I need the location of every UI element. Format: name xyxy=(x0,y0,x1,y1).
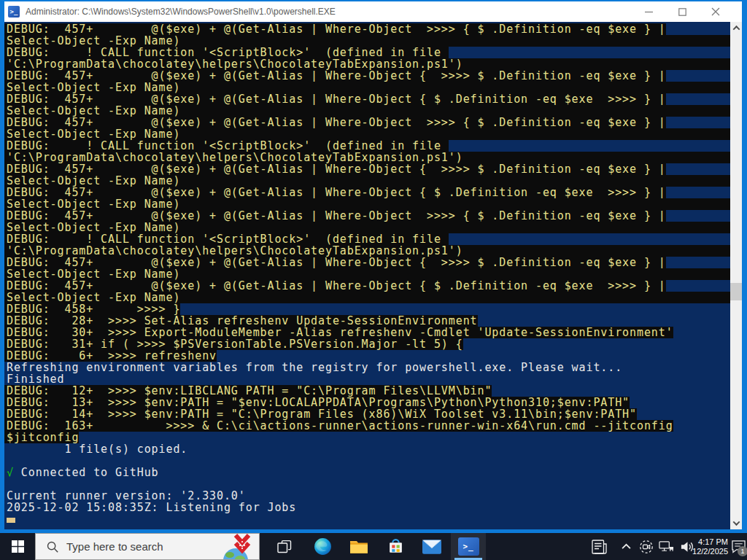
caption-buttons xyxy=(632,1,732,22)
console-line: DEBUG: 457+ @($exe) + @(Get-Alias | Wher… xyxy=(4,257,730,268)
meet-now-button[interactable] xyxy=(636,533,656,560)
console-line: Current runner version: '2.330.0' xyxy=(4,490,730,502)
chevron-up-tray-icon xyxy=(622,543,631,550)
window-border-right xyxy=(742,1,747,533)
search-placeholder: Type here to search xyxy=(66,540,218,553)
titlebar[interactable]: >_ Administrator: C:\Windows\System32\Wi… xyxy=(1,1,746,22)
minimize-button[interactable] xyxy=(632,1,665,22)
console-line: Select-Object -Exp Name) xyxy=(4,222,730,233)
console-line: 'C:\ProgramData\chocolatey\helpers\Choco… xyxy=(4,245,730,257)
close-button[interactable] xyxy=(699,1,732,22)
search-icon xyxy=(46,540,59,553)
console-line: $jitconfig xyxy=(4,432,730,443)
console-line: DEBUG: 457+ @($exe) + @(Get-Alias | Wher… xyxy=(4,70,730,82)
window-title: Administrator: C:\Windows\System32\Windo… xyxy=(26,7,632,17)
search-highlights-icon[interactable] xyxy=(218,533,259,560)
console-line: DEBUG: 12+ >>>> $env:LIBCLANG_PATH = "C:… xyxy=(4,385,730,397)
window-border-top xyxy=(0,0,747,1)
powershell-icon: >_ xyxy=(458,537,479,556)
console-line: DEBUG: 163+ >>>> & C:\ci\actions-runner\… xyxy=(4,420,730,432)
task-view-icon xyxy=(277,540,292,554)
console-line: DEBUG: 457+ @($exe) + @(Get-Alias | Wher… xyxy=(4,117,730,128)
scrollbar[interactable] xyxy=(730,22,742,529)
action-center-button[interactable]: 1 xyxy=(729,533,747,560)
console-line: DEBUG: 457+ @($exe) + @(Get-Alias | Wher… xyxy=(4,163,730,175)
console-line: Select-Object -Exp Name) xyxy=(4,268,730,280)
maximize-icon xyxy=(678,8,685,15)
console-line: DEBUG: 6+ >>>> refreshenv xyxy=(4,350,730,362)
taskbar-search[interactable]: Type here to search xyxy=(35,533,260,560)
powershell-button[interactable]: >_ xyxy=(451,533,486,560)
console-line: DEBUG: 13+ >>>> $env:PATH = "$env:LOCALA… xyxy=(4,397,730,408)
console-line: DEBUG: 458+ >>>> } xyxy=(4,303,730,315)
console-line: 'C:\ProgramData\chocolatey\helpers\Choco… xyxy=(4,152,730,163)
console-line: DEBUG: ! CALL function '<ScriptBlock>' (… xyxy=(4,47,730,58)
store-icon xyxy=(387,538,404,555)
console-line: Refreshing environment variables from th… xyxy=(4,362,730,373)
console-line: DEBUG: 457+ @($exe) + @(Get-Alias | Wher… xyxy=(4,93,730,105)
console-line: 'C:\ProgramData\chocolatey\helpers\Choco… xyxy=(4,58,730,70)
close-icon xyxy=(712,8,719,15)
console-line: DEBUG: 31+ if ( >>>> $PSVersionTable.PSV… xyxy=(4,338,730,350)
console-line: Select-Object -Exp Name) xyxy=(4,175,730,187)
console-line: DEBUG: ! CALL function '<ScriptBlock>' (… xyxy=(4,140,730,152)
news-icon xyxy=(592,540,608,554)
store-button[interactable] xyxy=(378,533,413,560)
console-line: DEBUG: 457+ @($exe) + @(Get-Alias | Wher… xyxy=(4,210,730,222)
window-border-left xyxy=(0,1,4,533)
console-line: Select-Object -Exp Name) xyxy=(4,198,730,210)
powershell-window: >_ Administrator: C:\Windows\System32\Wi… xyxy=(0,0,747,533)
clock[interactable]: 4:17 PM 12/2/2025 xyxy=(684,533,729,560)
console-line: Select-Object -Exp Name) xyxy=(4,82,730,93)
console-line: 2025-12-02 15:08:35Z: Listening for Jobs xyxy=(4,502,730,513)
chevron-up-icon xyxy=(732,26,740,33)
powershell-titlebar-icon: >_ xyxy=(8,6,20,18)
folder-icon xyxy=(349,539,368,555)
desktop: >_ Administrator: C:\Windows\System32\Wi… xyxy=(0,0,747,560)
network-button[interactable] xyxy=(657,533,676,560)
console-line: 1 file(s) copied. xyxy=(4,443,730,455)
console-line: Select-Object -Exp Name) xyxy=(4,292,730,303)
file-explorer-button[interactable] xyxy=(341,533,376,560)
console-line: √ Connected to GitHub xyxy=(4,467,730,478)
console-line: DEBUG: ! CALL function '<ScriptBlock>' (… xyxy=(4,233,730,245)
mail-icon xyxy=(422,540,441,554)
clock-date: 12/2/2025 xyxy=(684,547,729,556)
console-line: DEBUG: 457+ @($exe) + @(Get-Alias | Wher… xyxy=(4,187,730,198)
mail-button[interactable] xyxy=(414,533,449,560)
console-line: DEBUG: 457+ @($exe) + @(Get-Alias | Wher… xyxy=(4,23,730,35)
edge-button[interactable] xyxy=(305,533,340,560)
console-line: DEBUG: 28+ >>>> Set-Alias refreshenv Upd… xyxy=(4,315,730,327)
taskbar: Type here to search xyxy=(0,533,747,560)
scroll-down-button[interactable] xyxy=(730,517,742,529)
meet-now-icon xyxy=(639,540,654,554)
console-line: Finished xyxy=(4,373,730,385)
clock-time: 4:17 PM xyxy=(684,537,729,547)
edge-icon xyxy=(314,537,332,556)
scroll-thumb[interactable] xyxy=(730,283,742,300)
windows-logo-icon xyxy=(12,540,24,553)
console-line xyxy=(4,513,730,525)
tray-expand-button[interactable] xyxy=(616,533,635,560)
console-line xyxy=(4,478,730,490)
start-button[interactable] xyxy=(0,533,35,560)
notification-badge: 1 xyxy=(738,546,747,556)
console-line: DEBUG: 30+ >>>> Export-ModuleMember -Ali… xyxy=(4,327,730,338)
console-line xyxy=(4,455,730,467)
maximize-button[interactable] xyxy=(665,1,699,22)
news-button[interactable] xyxy=(584,533,616,560)
chevron-down-icon xyxy=(732,518,740,526)
console-output[interactable]: DEBUG: 457+ @($exe) + @(Get-Alias | Wher… xyxy=(4,22,730,529)
task-view-button[interactable] xyxy=(267,533,302,560)
console-line: Select-Object -Exp Name) xyxy=(4,128,730,140)
console-line: DEBUG: 457+ @($exe) + @(Get-Alias | Wher… xyxy=(4,280,730,292)
network-icon xyxy=(659,540,674,553)
console-line: DEBUG: 14+ >>>> $env:PATH = "C:\Program … xyxy=(4,408,730,420)
console-cursor xyxy=(7,518,15,523)
console-line: Select-Object -Exp Name) xyxy=(4,105,730,117)
scroll-up-button[interactable] xyxy=(730,22,742,34)
console-line: Select-Object -Exp Name) xyxy=(4,35,730,47)
